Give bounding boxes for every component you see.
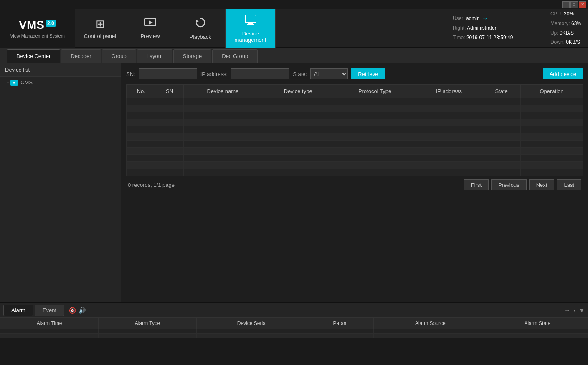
alarm-col-serial: Device Serial xyxy=(196,318,307,329)
last-button[interactable]: Last xyxy=(557,179,581,190)
ip-input[interactable] xyxy=(231,68,289,79)
user-value: admin xyxy=(466,15,480,21)
cms-icon: ■ xyxy=(10,80,18,86)
alarm-row xyxy=(0,334,588,338)
col-ip-address: IP address xyxy=(416,85,482,98)
chevron-down-icon[interactable]: ▼ xyxy=(579,307,585,314)
logo-subtitle: View Management System xyxy=(10,33,65,38)
nav-control-panel[interactable]: ⊞ Control panel xyxy=(75,9,125,48)
nav-control-panel-label: Control panel xyxy=(84,33,116,39)
minimize-button[interactable]: – xyxy=(562,1,570,8)
svg-rect-5 xyxy=(247,24,254,25)
device-table: No. SN Device name Device type Protocol … xyxy=(126,84,583,176)
alarm-row xyxy=(0,329,588,334)
tab-dec-group[interactable]: Dec Group xyxy=(212,49,258,63)
time-value: 2019-07-11 23:59:49 xyxy=(466,35,513,40)
nav-device-management[interactable]: Device management xyxy=(226,9,276,48)
cpu-label: CPU: xyxy=(550,11,563,17)
logo-version: 2.0 xyxy=(46,20,56,27)
retrieve-button[interactable]: Retrieve xyxy=(351,68,385,79)
svg-rect-4 xyxy=(248,23,253,24)
first-button[interactable]: First xyxy=(464,179,489,190)
sn-input[interactable] xyxy=(139,68,197,79)
table-row xyxy=(127,155,583,162)
mute-icon[interactable]: 🔇 xyxy=(69,307,76,314)
sidebar-title: Device list xyxy=(0,63,121,77)
user-label: User: xyxy=(453,15,465,21)
table-row xyxy=(127,119,583,126)
bottom-tabs: Alarm Event 🔇 🔊 → ▪ ▼ xyxy=(0,303,588,317)
time-label: Time: xyxy=(453,35,465,40)
sidebar-item-cms[interactable]: └ ■ CMS xyxy=(0,77,121,88)
col-protocol-type: Protocol Type xyxy=(334,85,416,98)
up-label: Up: xyxy=(550,30,558,36)
window-icon[interactable]: ▪ xyxy=(573,307,575,314)
col-operation: Operation xyxy=(521,85,583,98)
col-device-name: Device name xyxy=(183,85,262,98)
control-panel-icon: ⊞ xyxy=(96,18,105,30)
cpu-value: 20% xyxy=(564,11,574,17)
svg-rect-3 xyxy=(245,15,256,23)
nav-device-management-label: Device management xyxy=(226,30,275,43)
nav-preview[interactable]: Preview xyxy=(125,9,175,48)
playback-icon xyxy=(195,17,206,31)
table-area: SN: IP address: State: All Online Offlin… xyxy=(121,63,588,302)
nav-items: ⊞ Control panel Preview Playback Device … xyxy=(75,9,446,47)
table-row xyxy=(127,112,583,119)
tab-device-center[interactable]: Device Center xyxy=(7,49,60,63)
tab-decoder[interactable]: Decoder xyxy=(61,49,101,63)
alarm-col-state: Alarm State xyxy=(487,318,588,329)
nav-playback-label: Playback xyxy=(189,34,211,40)
nav-preview-label: Preview xyxy=(140,33,160,39)
cms-label: CMS xyxy=(20,79,33,86)
alarm-col-param: Param xyxy=(307,318,374,329)
table-row xyxy=(127,133,583,141)
col-no: No. xyxy=(127,85,156,98)
pagination: 0 records, 1/1 page First Previous Next … xyxy=(126,176,583,192)
titlebar: – □ ✕ xyxy=(0,0,588,9)
maximize-button[interactable]: □ xyxy=(570,1,578,8)
bottom-tab-event[interactable]: Event xyxy=(35,305,64,316)
tab-group[interactable]: Group xyxy=(102,49,136,63)
preview-icon xyxy=(144,18,157,30)
sidebar: Device list └ ■ CMS xyxy=(0,63,121,302)
table-row xyxy=(127,105,583,112)
next-button[interactable]: Next xyxy=(529,179,555,190)
svg-marker-1 xyxy=(149,20,153,25)
sn-label: SN: xyxy=(126,71,135,77)
col-state: State xyxy=(482,85,521,98)
alarm-table: Alarm Time Alarm Type Device Serial Para… xyxy=(0,317,588,338)
pagination-buttons: First Previous Next Last xyxy=(464,179,581,190)
tab-layout[interactable]: Layout xyxy=(137,49,172,63)
tab-storage[interactable]: Storage xyxy=(173,49,212,63)
down-label: Down: xyxy=(550,39,565,45)
close-button[interactable]: ✕ xyxy=(579,1,586,8)
state-select[interactable]: All Online Offline xyxy=(310,68,348,79)
previous-button[interactable]: Previous xyxy=(491,179,527,190)
arrow-right-icon[interactable]: → xyxy=(564,307,570,314)
topbar: VMS 2.0 View Management System ⊞ Control… xyxy=(0,9,588,48)
bottom-panel: Alarm Event 🔇 🔊 → ▪ ▼ Alarm Time Alarm T… xyxy=(0,302,588,365)
main-content: Device list └ ■ CMS SN: IP address: Stat… xyxy=(0,63,588,302)
sound-icon[interactable]: 🔊 xyxy=(79,307,86,314)
state-label: State: xyxy=(293,71,307,77)
col-device-type: Device type xyxy=(262,85,334,98)
table-row xyxy=(127,169,583,176)
alarm-col-source: Alarm Source xyxy=(373,318,487,329)
alarm-col-type: Alarm Type xyxy=(99,318,197,329)
records-info: 0 records, 1/1 page xyxy=(128,182,175,188)
table-row xyxy=(127,126,583,133)
memory-value: 63% xyxy=(571,20,581,26)
down-value: 0KB/S xyxy=(566,39,580,45)
bottom-tab-alarm[interactable]: Alarm xyxy=(3,305,33,316)
logout-icon[interactable]: ⇒ xyxy=(483,15,487,21)
logo-name: VMS xyxy=(19,18,44,32)
add-device-button[interactable]: Add device xyxy=(543,68,583,79)
ip-label: IP address: xyxy=(200,71,228,77)
svg-marker-2 xyxy=(196,20,199,23)
nav-playback[interactable]: Playback xyxy=(175,9,226,48)
right-value: Administrator xyxy=(467,25,497,31)
tabs-bar: Device Center Decoder Group Layout Stora… xyxy=(0,48,588,63)
tree-expand-icon: └ xyxy=(5,79,9,86)
right-label: Right: xyxy=(453,25,466,31)
